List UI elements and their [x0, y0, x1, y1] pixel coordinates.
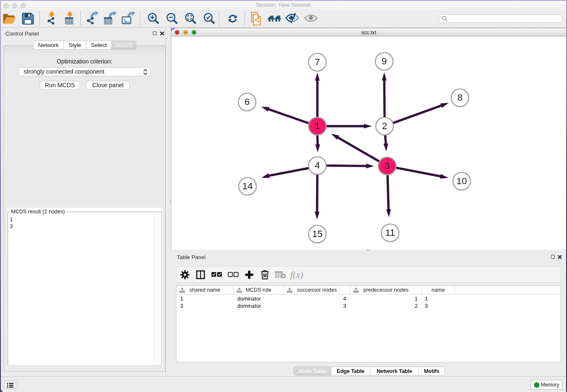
svg-text:1: 1 — [315, 121, 320, 131]
svg-text:8: 8 — [457, 92, 463, 103]
svg-text:4: 4 — [315, 160, 320, 171]
svg-text:3: 3 — [385, 160, 390, 171]
svg-text:6: 6 — [245, 97, 250, 107]
svg-text:7: 7 — [315, 57, 320, 67]
svg-text:11: 11 — [385, 227, 395, 238]
svg-text:9: 9 — [382, 56, 387, 66]
svg-text:10: 10 — [456, 176, 467, 186]
svg-text:14: 14 — [242, 181, 253, 191]
svg-text:15: 15 — [312, 229, 322, 239]
svg-text:2: 2 — [382, 121, 388, 131]
